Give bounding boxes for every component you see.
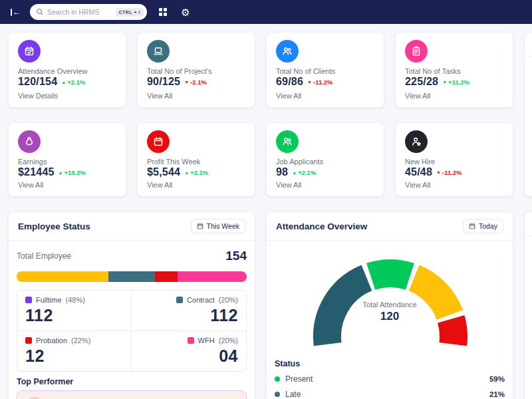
stat-value: 120/154 [18, 76, 57, 88]
stat-label: Total No of Clients [276, 67, 374, 75]
calendar-icon [197, 223, 203, 229]
trend-badge: ▼+11.2% [442, 78, 469, 86]
stat-value: $21445 [18, 166, 55, 178]
employee-breakdown-grid: Fulltime(48%) 112 Contract(20%) 112 Prob… [17, 290, 247, 372]
users-icon [282, 136, 293, 147]
stat-card-earnings: Earnings $21445 ▲+10.2% View All [8, 122, 126, 197]
view-all-link[interactable]: View All [147, 181, 245, 189]
total-employee-value: 154 [225, 249, 247, 263]
employees-by-department-panel: Employees By Department Development Mark… [524, 32, 532, 197]
legend-row-late: Late 21% [275, 390, 505, 399]
laptop-icon [153, 46, 164, 57]
stat-label: Attendance Overview [18, 67, 116, 75]
calendar-icon [153, 136, 164, 147]
trend-badge: ▼-11.2% [307, 78, 333, 86]
dashboard-content: Employees By Department Development Mark… [0, 24, 532, 399]
top-performer-card: Daniel Esbella Performance [17, 390, 247, 399]
status-heading: Status [275, 359, 505, 368]
search-shortcut-badge: CTRL + / [116, 8, 144, 17]
view-all-link[interactable]: View All [276, 181, 374, 189]
employee-status-panel: Employee Status This Week Total Employee… [8, 211, 255, 399]
users-icon [282, 46, 293, 57]
stat-card-new-hire: New Hire 45/48 ▼-11.2% View All [395, 122, 513, 197]
breakdown-cell-wfh: WFH(20%) 04 [132, 331, 246, 371]
top-navbar: ← CTRL + / ⚙ [0, 0, 532, 24]
top-performer-heading: Top Performer [17, 377, 247, 386]
attendance-overview-panel: Attendance Overview Today Total Attendan… [266, 211, 513, 399]
global-search[interactable]: CTRL + / [30, 4, 147, 20]
settings-gear-icon[interactable]: ⚙ [179, 5, 192, 19]
panel-title: Attendance Overview [276, 221, 367, 231]
collapse-sidebar-icon[interactable]: ← [11, 8, 21, 16]
stat-value: 90/125 [147, 76, 180, 88]
today-filter-button[interactable]: Today [463, 219, 503, 233]
view-all-link[interactable]: View All [276, 92, 374, 100]
view-details-link[interactable]: View Details [18, 92, 116, 100]
trend-badge: ▲+10.2% [59, 169, 86, 176]
trend-badge: ▲+2.1% [61, 78, 85, 86]
stat-label: New Hire [405, 158, 503, 166]
breakdown-cell-fulltime: Fulltime(48%) 112 [17, 291, 132, 331]
legend-square [188, 337, 194, 344]
stat-card-attendance: Attendance Overview 120/154 ▲+2.1% View … [8, 32, 126, 108]
legend-dot [275, 376, 280, 382]
stat-label: Job Applicants [276, 158, 374, 166]
attendance-gauge-chart: Total Attendance 120 [275, 250, 505, 356]
legend-square [176, 297, 183, 303]
stat-card-profit: Profit This Week $5,544 ▲+2.1% View All [137, 122, 255, 197]
view-all-link[interactable]: View All [18, 181, 116, 189]
legend-row-present: Present 59% [275, 374, 505, 384]
stat-card-projects: Total No of Project's 90/125 ▼-2.1% View… [137, 32, 255, 108]
stat-label: Earnings [18, 158, 116, 166]
stat-value: 69/86 [276, 76, 303, 88]
legend-square [25, 297, 32, 303]
legend-square [25, 337, 32, 344]
calendar-icon [469, 223, 475, 229]
breakdown-value: 04 [140, 346, 238, 366]
breakdown-value: 112 [25, 306, 123, 325]
employee-status-stacked-bar [17, 271, 247, 282]
search-icon [36, 8, 44, 16]
total-employee-label: Total Employee [17, 251, 71, 261]
view-all-link[interactable]: View All [147, 92, 245, 100]
bar-segment-contract [108, 271, 154, 282]
panel-title: Employee Status [18, 221, 90, 231]
gauge-segment-present [371, 273, 410, 277]
trend-badge: ▲+2.1% [184, 169, 208, 176]
stat-value: 98 [276, 166, 288, 178]
stat-card-clients: Total No of Clients 69/86 ▼-11.2% View A… [266, 32, 384, 108]
legend-dot [275, 392, 280, 397]
stat-label: Profit This Week [147, 158, 245, 166]
trend-badge: ▲+2.1% [292, 169, 316, 176]
clock-in-out-panel: Clock-In/Out Late [524, 211, 532, 399]
stat-value: $5,544 [147, 166, 180, 178]
gauge-center-label: Total Attendance [275, 301, 505, 309]
stat-card-applicants: Job Applicants 98 ▲+2.1% View All [266, 122, 384, 197]
user-star-icon [411, 136, 422, 147]
stat-label: Total No of Tasks [405, 67, 503, 75]
clipboard-icon [411, 46, 422, 57]
bar-segment-wfh [178, 271, 247, 282]
search-input[interactable] [47, 8, 112, 16]
breakdown-value: 12 [25, 346, 123, 366]
view-all-link[interactable]: View All [405, 92, 503, 100]
bar-segment-fulltime [17, 271, 108, 282]
money-bag-icon [24, 136, 35, 147]
stat-value: 45/48 [405, 166, 432, 178]
this-week-filter-button[interactable]: This Week [191, 219, 245, 233]
breakdown-cell-contract: Contract(20%) 112 [132, 291, 246, 331]
trend-badge: ▼-2.1% [184, 78, 207, 86]
stat-card-tasks: Total No of Tasks 225/28 ▼+11.2% View Al… [395, 32, 513, 108]
gauge-center-value: 120 [275, 310, 505, 323]
breakdown-value: 112 [140, 306, 238, 325]
breakdown-cell-probation: Probation(22%) 12 [17, 331, 132, 371]
bar-segment-probation [155, 271, 178, 282]
apps-grid-icon[interactable] [156, 5, 170, 19]
stat-label: Total No of Project's [147, 67, 245, 75]
calendar-check-icon [24, 46, 35, 57]
stat-value: 225/28 [405, 76, 438, 88]
view-all-link[interactable]: View All [405, 181, 503, 189]
trend-badge: ▼-11.2% [436, 169, 462, 176]
